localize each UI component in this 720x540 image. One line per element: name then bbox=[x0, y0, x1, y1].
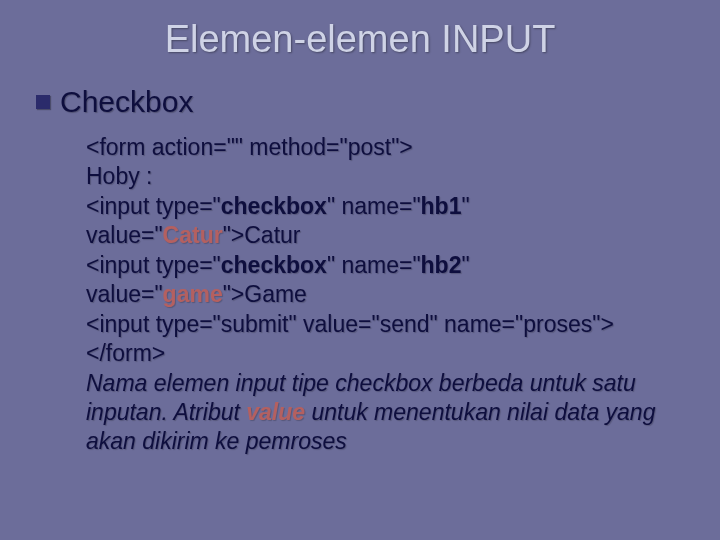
code-text: ">Game bbox=[223, 281, 307, 307]
slide-title: Elemen-elemen INPUT bbox=[36, 18, 684, 61]
code-keyword: hb2 bbox=[421, 252, 462, 278]
code-text: " name=" bbox=[327, 252, 421, 278]
code-text: " name=" bbox=[327, 193, 421, 219]
bullet-heading-row: Checkbox bbox=[36, 85, 684, 119]
code-value: game bbox=[163, 281, 223, 307]
section-heading: Checkbox bbox=[60, 85, 193, 119]
code-line: <input type="submit" value="send" name="… bbox=[86, 310, 684, 339]
code-line: value="game">Game bbox=[86, 280, 684, 309]
code-line: <input type="checkbox" name="hb2" bbox=[86, 251, 684, 280]
note-highlight: value bbox=[246, 399, 305, 425]
note-text: Nama elemen input tipe checkbox berbeda … bbox=[86, 369, 684, 457]
code-line: <form action="" method="post"> bbox=[86, 133, 684, 162]
code-text: value=" bbox=[86, 281, 163, 307]
code-line: Hoby : bbox=[86, 162, 684, 191]
code-text: ">Catur bbox=[223, 222, 301, 248]
code-value: Catur bbox=[163, 222, 223, 248]
code-keyword: checkbox bbox=[221, 193, 327, 219]
body-content: <form action="" method="post"> Hoby : <i… bbox=[86, 133, 684, 457]
code-line: </form> bbox=[86, 339, 684, 368]
code-text: " bbox=[461, 252, 469, 278]
code-text: <input type=" bbox=[86, 252, 221, 278]
code-text: <input type=" bbox=[86, 193, 221, 219]
code-keyword: checkbox bbox=[221, 252, 327, 278]
bullet-square-icon bbox=[36, 95, 50, 109]
code-keyword: hb1 bbox=[421, 193, 462, 219]
code-line: <input type="checkbox" name="hb1" value=… bbox=[86, 192, 684, 251]
